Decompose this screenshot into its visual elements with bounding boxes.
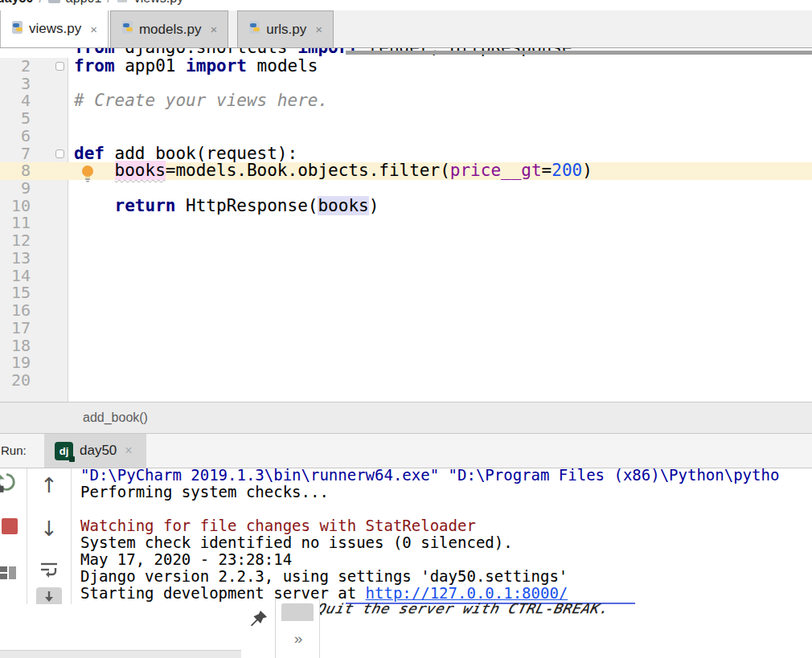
tab-label: urls.py [266, 22, 306, 38]
folder-icon [48, 0, 60, 3]
code-token: System check identified no issues (0 sil… [80, 533, 513, 551]
code-token: from [74, 58, 115, 76]
line-number: 2 [0, 58, 31, 76]
code-token [74, 161, 115, 180]
code-token: # Create your views here. [74, 91, 328, 110]
code-token: = [542, 161, 552, 180]
close-icon[interactable]: × [315, 22, 322, 36]
render-artifact-bar [346, 51, 812, 55]
code-token: 200 [552, 161, 582, 180]
code-token: def [74, 144, 105, 163]
line-number: 8 [0, 162, 31, 180]
code-token: =models.Book.objects.filter( [166, 161, 450, 180]
code-token: from [74, 48, 115, 57]
console-link[interactable]: http://127.0.0.1:8000/ [366, 584, 568, 602]
line-number: 6 [0, 128, 31, 145]
console-line: Watching for file changes with StatReloa… [80, 517, 476, 534]
python-file-icon [11, 21, 24, 38]
code-token: books [115, 161, 166, 180]
code-token: Starting development server at [80, 584, 366, 602]
line-number: 14 [0, 268, 31, 285]
line-number: 15 [0, 284, 31, 302]
code-token: books [318, 196, 368, 215]
editor-tab-urls-py[interactable]: urls.py× [237, 10, 334, 47]
fold-marker-icon[interactable] [55, 149, 64, 158]
close-icon[interactable]: × [210, 22, 217, 36]
code-token: Django version 2.2.3, using settings 'da… [80, 567, 568, 585]
code-line: def add_book(request): [74, 145, 297, 163]
function-breadcrumb-bar: add_book() [0, 402, 812, 434]
console-line: Performing system checks... [80, 484, 329, 501]
code-token: May 17, 2020 - 23:28:14 [80, 550, 292, 568]
code-token: price__gt [450, 161, 542, 180]
code-line: from app01 import models [74, 58, 318, 76]
line-number: 11 [0, 215, 31, 232]
console-line: Starting development server at http://12… [80, 585, 568, 602]
console-line: System check identified no issues (0 sil… [80, 534, 513, 551]
line-number: 9 [0, 180, 31, 198]
line-number: 17 [0, 320, 31, 337]
line-number: 20 [0, 372, 31, 390]
line-number: 7 [0, 145, 31, 163]
code-token [74, 196, 115, 215]
breadcrumb: day50 / app01 / views.py [0, 0, 812, 10]
console-line-garbled: Quit the server with CTRL-BREAK. [316, 601, 612, 616]
run-panel-label: Run: [1, 443, 27, 457]
code-token: HttpResponse( [175, 196, 318, 215]
line-number: 19 [0, 354, 31, 372]
code-token: Performing system checks... [80, 483, 329, 501]
line-number: 3 [0, 76, 31, 93]
floating-toolbar: » [241, 599, 320, 658]
run-tab-label: day50 [80, 443, 117, 459]
code-token: ) [582, 161, 593, 180]
code-token: ) [369, 196, 379, 215]
breadcrumb-file[interactable]: views.py [134, 0, 183, 6]
editor-tab-views-py[interactable]: views.py× [0, 10, 109, 47]
status-strip [0, 650, 241, 658]
console-line: Django version 2.2.3, using settings 'da… [80, 568, 568, 585]
close-icon[interactable]: × [125, 443, 132, 458]
pin-icon[interactable] [247, 608, 269, 631]
code-token: "D:\PyCharm 2019.1.3\bin\runnerw64.exe" … [80, 468, 779, 484]
console-line: May 17, 2020 - 23:28:14 [80, 551, 292, 568]
code-token: add_book(request): [105, 144, 297, 163]
hidden-tab-stub[interactable] [281, 603, 314, 621]
console-line: "D:\PyCharm 2019.1.3\bin\runnerw64.exe" … [80, 468, 779, 484]
editor-tab-models-py[interactable]: models.py× [110, 10, 228, 47]
line-number: 10 [0, 198, 31, 215]
breadcrumb-package[interactable]: app01 [66, 0, 102, 6]
python-file-icon [117, 0, 129, 6]
code-token: app01 [115, 58, 187, 76]
editor-tab-bar: views.py×models.py×urls.py× [0, 10, 812, 48]
breadcrumb-project[interactable]: day50 [0, 0, 33, 6]
code-editor[interactable]: 234567891011121314151617181920 from app0… [0, 58, 812, 402]
code-line: return HttpResponse(books) [74, 198, 379, 215]
breadcrumb-separator: / [107, 0, 110, 6]
django-icon: dj [55, 442, 73, 460]
line-number: 5 [0, 110, 31, 128]
tab-label: models.py [139, 22, 201, 38]
code-token: return [115, 196, 176, 215]
run-tab-day50[interactable]: dj day50 × [44, 434, 146, 468]
function-breadcrumb-item[interactable]: add_book() [83, 411, 148, 425]
code-token: import [186, 58, 247, 76]
tab-label: views.py [29, 21, 81, 37]
breadcrumb-separator: / [39, 0, 42, 6]
line-number: 12 [0, 232, 31, 250]
line-number: 4 [0, 92, 31, 110]
line-number: 18 [0, 337, 31, 355]
close-icon[interactable]: × [90, 22, 97, 36]
breadcrumb-items: day50 / app01 / views.py [0, 0, 183, 6]
divider [275, 599, 276, 658]
code-token: django.shortcuts [115, 48, 298, 57]
code-line: books=models.Book.objects.filter(price__… [74, 162, 593, 180]
overflow-chevrons-icon[interactable]: » [286, 629, 310, 648]
run-panel-header: Run: dj day50 × [0, 434, 812, 468]
code-token: Watching for file changes with StatReloa… [80, 517, 476, 534]
code-line: # Create your views here. [74, 92, 328, 110]
fold-marker-icon[interactable] [55, 62, 64, 71]
code-token: models [247, 58, 318, 76]
line-number: 16 [0, 302, 31, 320]
python-file-icon [121, 21, 134, 38]
python-file-icon [248, 21, 261, 38]
